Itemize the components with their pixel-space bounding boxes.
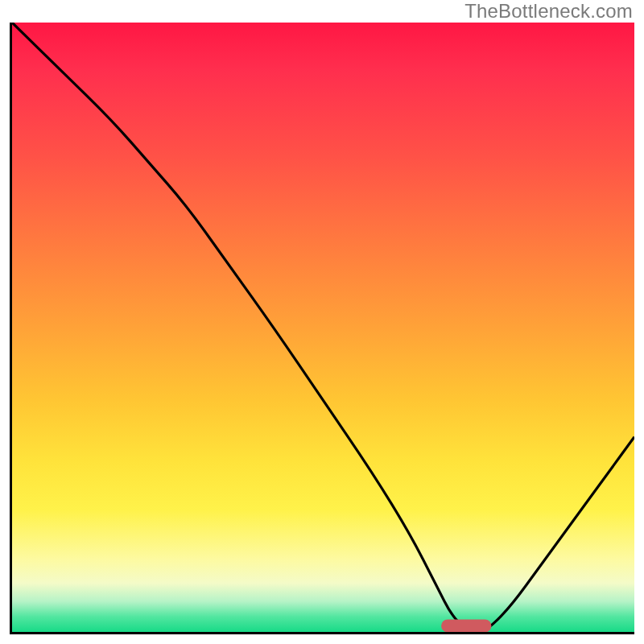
chart-line-curve <box>12 23 634 632</box>
chart-svg <box>12 23 634 632</box>
chart-plot-area <box>10 23 634 634</box>
watermark-text: TheBottleneck.com <box>464 0 633 23</box>
